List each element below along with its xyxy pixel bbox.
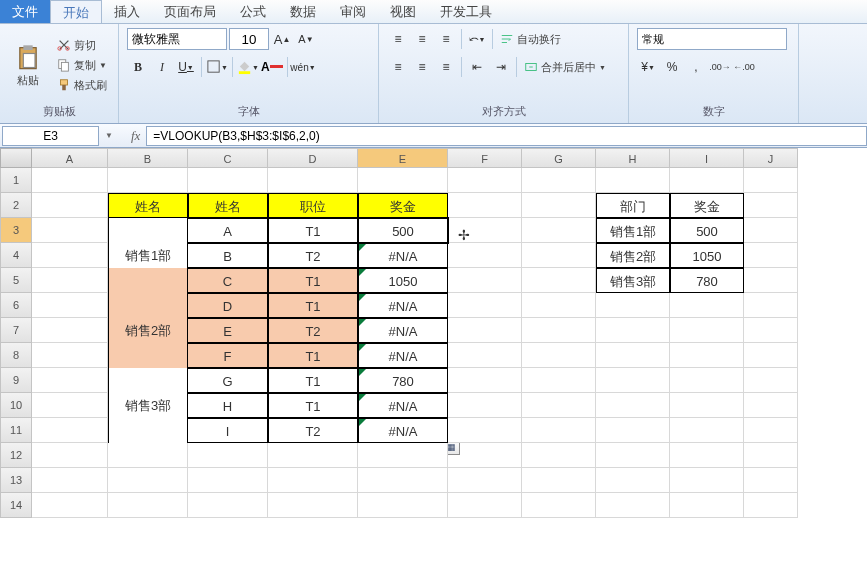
cell-merge[interactable]: [108, 418, 188, 443]
cell[interactable]: A: [188, 218, 268, 243]
row-header[interactable]: 11: [0, 418, 32, 443]
col-header[interactable]: C: [188, 148, 268, 168]
wrap-text-button[interactable]: 自动换行: [497, 31, 564, 48]
cell[interactable]: #N/A: [358, 293, 448, 318]
cell[interactable]: 部门: [596, 193, 670, 218]
cell[interactable]: #N/A: [358, 418, 448, 443]
cell-selected[interactable]: 500: [358, 218, 448, 243]
align-center-button[interactable]: ≡: [411, 56, 433, 78]
cell-merge[interactable]: [108, 343, 188, 368]
cell[interactable]: T2: [268, 418, 358, 443]
cell[interactable]: 500: [670, 218, 744, 243]
name-box[interactable]: [2, 126, 99, 146]
col-header[interactable]: H: [596, 148, 670, 168]
fx-icon[interactable]: fx: [125, 128, 146, 144]
decrease-decimal-button[interactable]: ←.00: [733, 56, 755, 78]
cell[interactable]: E: [188, 318, 268, 343]
increase-decimal-button[interactable]: .00→: [709, 56, 731, 78]
cell-merge[interactable]: [108, 368, 188, 393]
cell[interactable]: 780: [670, 268, 744, 293]
row-header[interactable]: 6: [0, 293, 32, 318]
cell[interactable]: 姓名: [108, 193, 188, 218]
cell[interactable]: T1: [268, 368, 358, 393]
row-header[interactable]: 1: [0, 168, 32, 193]
cut-button[interactable]: 剪切: [54, 37, 110, 54]
fill-color-button[interactable]: ▼: [237, 56, 259, 78]
row-header[interactable]: 8: [0, 343, 32, 368]
align-middle-button[interactable]: ≡: [411, 28, 433, 50]
increase-font-button[interactable]: A▲: [271, 28, 293, 50]
cell[interactable]: 销售3部: [108, 393, 188, 418]
cell[interactable]: T1: [268, 293, 358, 318]
formula-input[interactable]: [146, 126, 867, 146]
cell[interactable]: T1: [268, 393, 358, 418]
col-header[interactable]: E: [358, 148, 448, 168]
cell[interactable]: C: [188, 268, 268, 293]
row-header[interactable]: 7: [0, 318, 32, 343]
col-header[interactable]: J: [744, 148, 798, 168]
col-header[interactable]: B: [108, 148, 188, 168]
decrease-font-button[interactable]: A▼: [295, 28, 317, 50]
col-header[interactable]: G: [522, 148, 596, 168]
font-size-input[interactable]: [229, 28, 269, 50]
col-header[interactable]: F: [448, 148, 522, 168]
align-right-button[interactable]: ≡: [435, 56, 457, 78]
cell[interactable]: 销售1部: [108, 243, 188, 268]
percent-button[interactable]: %: [661, 56, 683, 78]
italic-button[interactable]: I: [151, 56, 173, 78]
cell[interactable]: 职位: [268, 193, 358, 218]
increase-indent-button[interactable]: ⇥: [490, 56, 512, 78]
phonetic-button[interactable]: wén▼: [292, 56, 314, 78]
cell[interactable]: T1: [268, 343, 358, 368]
row-header[interactable]: 5: [0, 268, 32, 293]
decrease-indent-button[interactable]: ⇤: [466, 56, 488, 78]
row-header[interactable]: 4: [0, 243, 32, 268]
tab-insert[interactable]: 插入: [102, 0, 152, 23]
bold-button[interactable]: B: [127, 56, 149, 78]
cell[interactable]: 销售1部: [596, 218, 670, 243]
cell[interactable]: T2: [268, 243, 358, 268]
cell[interactable]: T1: [268, 268, 358, 293]
cell[interactable]: 姓名: [188, 193, 268, 218]
cell[interactable]: 780: [358, 368, 448, 393]
cell[interactable]: #N/A: [358, 318, 448, 343]
cell[interactable]: B: [188, 243, 268, 268]
cell[interactable]: H: [188, 393, 268, 418]
cell[interactable]: T1: [268, 218, 358, 243]
cell-merge[interactable]: [108, 268, 188, 293]
select-all-corner[interactable]: [0, 148, 32, 168]
cell[interactable]: 1050: [670, 243, 744, 268]
number-format-dropdown[interactable]: [637, 28, 787, 50]
tab-dev[interactable]: 开发工具: [428, 0, 504, 23]
row-header[interactable]: 9: [0, 368, 32, 393]
row-header[interactable]: 3: [0, 218, 32, 243]
underline-button[interactable]: U▼: [175, 56, 197, 78]
tab-review[interactable]: 审阅: [328, 0, 378, 23]
align-top-button[interactable]: ≡: [387, 28, 409, 50]
tab-view[interactable]: 视图: [378, 0, 428, 23]
cell[interactable]: 奖金: [670, 193, 744, 218]
col-header[interactable]: D: [268, 148, 358, 168]
row-header[interactable]: 2: [0, 193, 32, 218]
cell[interactable]: #N/A: [358, 343, 448, 368]
cell[interactable]: 奖金: [358, 193, 448, 218]
cell[interactable]: D: [188, 293, 268, 318]
tab-data[interactable]: 数据: [278, 0, 328, 23]
align-left-button[interactable]: ≡: [387, 56, 409, 78]
cell[interactable]: F: [188, 343, 268, 368]
cell[interactable]: I: [188, 418, 268, 443]
row-header[interactable]: 10: [0, 393, 32, 418]
merge-center-button[interactable]: 合并后居中▼: [521, 59, 609, 76]
tab-home[interactable]: 开始: [50, 0, 102, 23]
col-header[interactable]: I: [670, 148, 744, 168]
cell-merge[interactable]: [108, 293, 188, 318]
cell[interactable]: 1050: [358, 268, 448, 293]
tab-layout[interactable]: 页面布局: [152, 0, 228, 23]
border-button[interactable]: ▼: [206, 56, 228, 78]
cells-grid[interactable]: 姓名 姓名 职位 奖金 部门 奖金 A T1 500 ✢ 销售1部 500 销售: [32, 168, 867, 518]
cell[interactable]: 销售2部: [596, 243, 670, 268]
tab-file[interactable]: 文件: [0, 0, 50, 23]
cell[interactable]: 销售2部: [108, 318, 188, 343]
format-painter-button[interactable]: 格式刷: [54, 77, 110, 94]
copy-button[interactable]: 复制▼: [54, 57, 110, 74]
